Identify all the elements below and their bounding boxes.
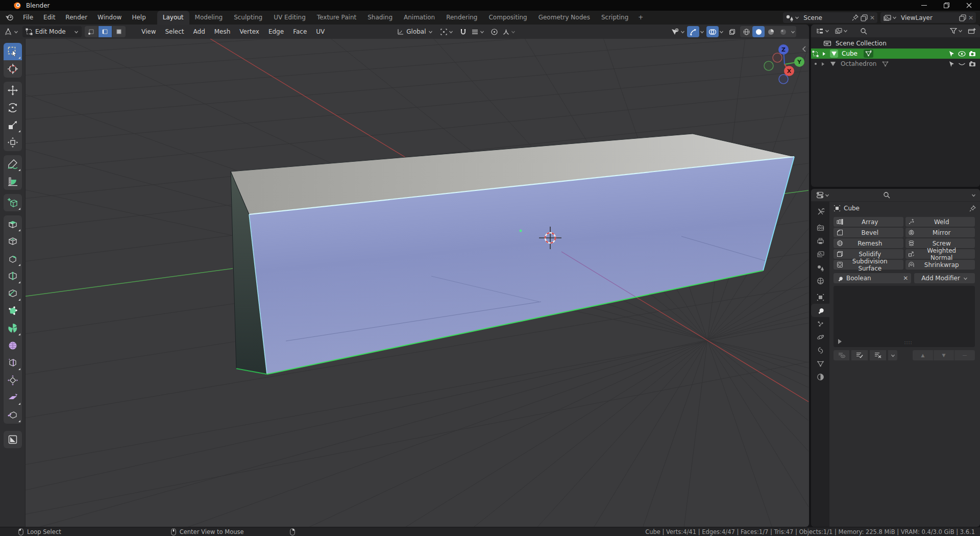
active-modifier-boolean[interactable]: Boolean ✕ xyxy=(834,273,911,283)
tab-scripting[interactable]: Scripting xyxy=(596,11,634,25)
move-down-button[interactable]: ▼ xyxy=(934,350,954,360)
pivot-point-dropdown[interactable] xyxy=(440,28,453,36)
mode-dropdown[interactable]: Edit Mode xyxy=(22,26,82,37)
tab-material[interactable] xyxy=(811,370,829,383)
tool-scale[interactable] xyxy=(4,116,22,134)
tab-output[interactable] xyxy=(811,234,829,248)
expand-arrow-icon[interactable] xyxy=(821,62,825,66)
tool-edge-slide[interactable] xyxy=(4,354,22,372)
shading-dropdown[interactable] xyxy=(789,30,796,34)
move-up-button[interactable]: ▲ xyxy=(913,350,933,360)
tab-particles[interactable] xyxy=(811,317,829,330)
render-visibility-icon[interactable] xyxy=(969,61,976,67)
properties-editor-type[interactable] xyxy=(816,191,829,199)
object-type-visibility-dropdown[interactable] xyxy=(671,28,685,36)
close-button[interactable] xyxy=(958,0,980,11)
tab-view-layer[interactable] xyxy=(811,248,829,261)
tool-bevel[interactable] xyxy=(4,250,22,267)
tab-constraints[interactable] xyxy=(811,344,829,357)
outliner-display-mode[interactable] xyxy=(816,28,829,35)
shading-rendered[interactable] xyxy=(777,26,789,37)
tab-object-data[interactable] xyxy=(811,357,829,370)
scene-icon[interactable] xyxy=(786,14,799,21)
tab-geometry-nodes[interactable]: Geometry Nodes xyxy=(533,11,596,25)
menu-window[interactable]: Window xyxy=(92,11,127,25)
pin-icon[interactable] xyxy=(969,205,976,212)
gizmo-dropdown[interactable] xyxy=(700,30,704,34)
tool-rotate[interactable] xyxy=(4,99,22,116)
tab-object[interactable] xyxy=(811,290,829,304)
menu-render[interactable]: Render xyxy=(60,11,92,25)
new-scene-icon[interactable] xyxy=(861,14,868,21)
list-select-all-icon[interactable] xyxy=(851,350,868,360)
show-gizmo-toggle[interactable] xyxy=(687,26,699,37)
remove-item-button[interactable]: — xyxy=(954,350,975,360)
visibility-off-icon[interactable] xyxy=(958,61,966,67)
properties-options-dropdown[interactable] xyxy=(971,193,976,198)
view-layer-name[interactable]: ViewLayer xyxy=(899,14,935,21)
gizmo-axis-neg-z[interactable] xyxy=(779,75,788,84)
tool-smooth[interactable] xyxy=(4,337,22,354)
shading-solid[interactable] xyxy=(752,26,765,37)
list-options-dropdown[interactable] xyxy=(888,350,897,360)
add-workspace-button[interactable]: + xyxy=(634,11,647,25)
outliner-filter-id-type[interactable] xyxy=(835,28,848,35)
menu-face[interactable]: Face xyxy=(288,28,311,35)
select-mode-edge[interactable] xyxy=(99,26,112,37)
tool-annotate[interactable] xyxy=(4,155,22,173)
select-mode-vertex[interactable] xyxy=(85,26,98,37)
viewport-canvas[interactable]: Z Y X xyxy=(0,39,809,527)
pin-icon[interactable] xyxy=(852,14,859,21)
tab-scene[interactable] xyxy=(811,261,829,274)
tool-rip-region[interactable] xyxy=(4,406,22,424)
tab-sculpting[interactable]: Sculpting xyxy=(228,11,268,25)
gizmo-axis-neg-y[interactable] xyxy=(764,61,773,70)
shading-material[interactable] xyxy=(765,26,777,37)
scene-name[interactable]: Scene xyxy=(801,14,824,21)
tab-world[interactable] xyxy=(811,274,829,287)
remove-modifier-icon[interactable]: ✕ xyxy=(903,275,908,282)
view-layer-icon[interactable] xyxy=(883,14,897,21)
menu-edge[interactable]: Edge xyxy=(264,28,288,35)
breadcrumb-object[interactable]: Cube xyxy=(844,205,860,212)
menu-help[interactable]: Help xyxy=(127,11,151,25)
tool-loop-cut[interactable] xyxy=(4,267,22,285)
tab-texture-paint[interactable]: Texture Paint xyxy=(311,11,362,25)
modifier-bevel-button[interactable]: Bevel xyxy=(834,228,903,237)
maximize-button[interactable] xyxy=(935,0,958,11)
menu-file[interactable]: File xyxy=(18,11,38,25)
outliner-item-label[interactable]: Cube xyxy=(842,50,857,57)
tab-tool[interactable] xyxy=(811,205,829,218)
modifier-remesh-button[interactable]: Remesh xyxy=(834,238,903,248)
list-deselect-all-icon[interactable] xyxy=(870,350,886,360)
tool-select-box[interactable] xyxy=(4,43,22,60)
modifier-array-button[interactable]: Array xyxy=(834,217,903,227)
selectable-icon[interactable] xyxy=(948,61,955,67)
expand-arrow-icon[interactable] xyxy=(822,52,826,56)
transform-orientation-dropdown[interactable]: Global xyxy=(397,28,432,36)
editor-type-button[interactable] xyxy=(4,28,18,36)
modifier-weld-button[interactable]: Weld xyxy=(905,217,975,227)
tab-layout[interactable]: Layout xyxy=(157,11,189,25)
menu-vertex[interactable]: Vertex xyxy=(235,28,264,35)
show-overlays-toggle[interactable] xyxy=(706,26,719,37)
snap-settings-dropdown[interactable] xyxy=(471,28,484,36)
xray-toggle[interactable] xyxy=(726,26,738,37)
tool-shear[interactable] xyxy=(4,389,22,406)
tab-render[interactable] xyxy=(811,221,829,234)
list-filter-show-icon[interactable] xyxy=(834,350,849,360)
modifier-list-box[interactable]: :::: xyxy=(834,286,975,347)
proportional-editing-toggle[interactable] xyxy=(491,28,498,36)
view-layer-selector[interactable]: ViewLayer ✕ xyxy=(880,12,976,23)
outliner-row-scene-collection[interactable]: Scene Collection xyxy=(811,38,980,48)
tab-modeling[interactable]: Modeling xyxy=(189,11,229,25)
outliner-filter-dropdown[interactable] xyxy=(950,28,963,34)
tab-shading[interactable]: Shading xyxy=(362,11,398,25)
outliner-item-label[interactable]: Octahedron xyxy=(841,60,876,67)
menu-add[interactable]: Add xyxy=(189,28,210,35)
resize-grip[interactable]: :::: xyxy=(904,340,913,345)
tab-animation[interactable]: Animation xyxy=(398,11,440,25)
select-mode-face[interactable] xyxy=(112,26,126,37)
blender-menu-icon[interactable] xyxy=(5,14,14,21)
tool-region-fill[interactable] xyxy=(4,431,22,448)
